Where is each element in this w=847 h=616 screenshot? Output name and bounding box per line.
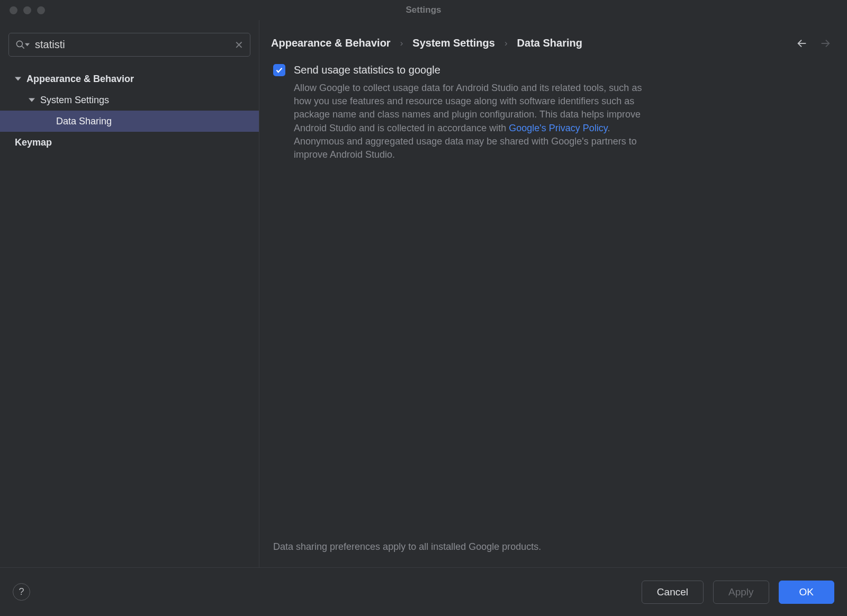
minimize-window-button[interactable]: [23, 6, 31, 14]
apply-button: Apply: [713, 581, 769, 604]
button-group: Cancel Apply OK: [642, 581, 834, 604]
breadcrumb-item[interactable]: System Settings: [412, 37, 495, 49]
window-title: Settings: [406, 5, 441, 15]
body: ✕ Appearance & Behavior System Settings: [0, 20, 847, 567]
footer: ? Cancel Apply OK: [0, 567, 847, 616]
checkbox-label[interactable]: Send usage statistics to google: [294, 64, 440, 76]
help-button[interactable]: ?: [13, 583, 30, 601]
breadcrumb-item: Data Sharing: [517, 37, 582, 49]
content: Send usage statistics to google Allow Go…: [271, 64, 833, 541]
privacy-policy-link[interactable]: Google's Privacy Policy: [509, 123, 607, 133]
chevron-down-icon: [15, 76, 22, 82]
window-controls: [0, 6, 45, 14]
cancel-button[interactable]: Cancel: [642, 581, 704, 604]
svg-line-1: [22, 46, 24, 48]
back-arrow-icon[interactable]: [796, 38, 808, 49]
send-stats-checkbox[interactable]: [273, 64, 285, 76]
titlebar: Settings: [0, 0, 847, 20]
help-icon: ?: [19, 586, 24, 597]
search-icon: [15, 40, 30, 50]
chevron-down-icon: [29, 97, 36, 103]
maximize-window-button[interactable]: [37, 6, 45, 14]
main-header: Appearance & Behavior › System Settings …: [271, 37, 833, 64]
sidebar-item-label: Data Sharing: [56, 116, 112, 127]
settings-tree: Appearance & Behavior System Settings Da…: [0, 66, 259, 153]
sidebar-item-appearance-behavior[interactable]: Appearance & Behavior: [0, 68, 259, 89]
breadcrumb-separator: ›: [504, 38, 508, 49]
forward-arrow-icon: [819, 38, 831, 49]
settings-window: Settings ✕: [0, 0, 847, 616]
sidebar-item-label: Appearance & Behavior: [26, 74, 134, 85]
sidebar-item-data-sharing[interactable]: Data Sharing: [0, 111, 259, 132]
sidebar-item-label: System Settings: [40, 95, 109, 106]
svg-point-0: [16, 41, 22, 47]
sidebar-item-keymap[interactable]: Keymap: [0, 132, 259, 153]
footer-note: Data sharing preferences apply to all in…: [271, 541, 833, 567]
close-window-button[interactable]: [10, 6, 17, 14]
main-panel: Appearance & Behavior › System Settings …: [259, 20, 847, 567]
breadcrumb-item[interactable]: Appearance & Behavior: [271, 37, 391, 49]
breadcrumb-separator: ›: [400, 38, 403, 49]
ok-button[interactable]: OK: [779, 581, 834, 604]
breadcrumb: Appearance & Behavior › System Settings …: [271, 37, 582, 49]
checkbox-row: Send usage statistics to google: [273, 64, 833, 81]
checkbox-description: Allow Google to collect usage data for A…: [294, 81, 643, 161]
clear-search-icon[interactable]: ✕: [235, 39, 244, 51]
sidebar-item-label: Keymap: [15, 137, 52, 148]
search-box[interactable]: ✕: [8, 33, 250, 57]
sidebar: ✕ Appearance & Behavior System Settings: [0, 20, 259, 567]
nav-arrows: [796, 38, 833, 49]
sidebar-item-system-settings[interactable]: System Settings: [0, 89, 259, 111]
search-input[interactable]: [30, 39, 235, 51]
